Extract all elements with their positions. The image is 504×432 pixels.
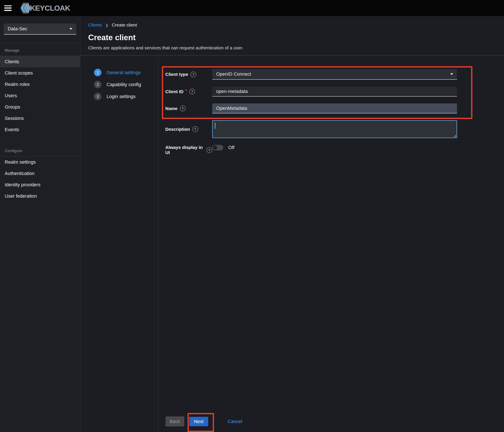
description-label: Description ? — [165, 120, 212, 138]
caret-down-icon — [450, 73, 453, 75]
client-id-input[interactable] — [212, 87, 457, 97]
name-input[interactable] — [212, 103, 457, 113]
sidebar-item-identity-providers[interactable]: Identity providers — [0, 179, 80, 190]
text-cursor — [215, 122, 215, 129]
label-text: Description — [165, 127, 190, 132]
help-icon[interactable]: ? — [189, 89, 195, 94]
sidebar-section-configure: Configure — [0, 144, 80, 156]
sidebar-item-events[interactable]: Events — [0, 124, 80, 135]
spacer — [0, 135, 80, 144]
client-id-label: Client ID * ? — [165, 87, 212, 97]
cancel-link[interactable]: Cancel — [226, 419, 243, 424]
name-row: Name ? — [165, 103, 504, 113]
sidebar-item-users[interactable]: Users — [0, 90, 80, 101]
help-icon[interactable]: ? — [192, 126, 198, 132]
masthead: KEYCLOAK — [0, 0, 504, 16]
toggle-knob — [213, 146, 217, 150]
breadcrumb-clients-link[interactable]: Clients — [88, 22, 102, 28]
help-icon[interactable]: ? — [190, 72, 196, 77]
back-button[interactable]: Back — [165, 416, 184, 426]
next-button[interactable]: Next — [189, 417, 208, 426]
sidebar-item-realm-roles[interactable]: Realm roles — [0, 79, 80, 90]
always-display-toggle[interactable] — [212, 145, 223, 150]
client-type-label: Client type ? — [165, 69, 212, 80]
keycloak-logo-icon — [20, 2, 31, 14]
step-label: Login settings — [107, 94, 136, 99]
wizard-footer: Back Next Cancel — [165, 416, 243, 426]
sidebar-item-user-federation[interactable]: User federation — [0, 190, 80, 202]
always-display-row: Always display in UI ? Off — [165, 145, 504, 155]
label-text: Client type — [165, 72, 188, 77]
step-label: General settings — [107, 70, 141, 75]
wizard: 1 General settings 2 Capability config 3… — [80, 55, 504, 432]
chevron-right-icon: ❯ — [105, 23, 108, 28]
client-type-row: Client type ? OpenID Connect — [165, 69, 504, 80]
wizard-step-general-settings[interactable]: 1 General settings — [94, 69, 158, 76]
sidebar-item-realm-settings[interactable]: Realm settings — [0, 156, 80, 168]
realm-selector[interactable]: Data-Sec — [4, 24, 76, 35]
sidebar-item-groups[interactable]: Groups — [0, 101, 80, 113]
wizard-steps-nav: 1 General settings 2 Capability config 3… — [80, 55, 158, 432]
sidebar-item-client-scopes[interactable]: Client scopes — [0, 67, 80, 79]
keycloak-logo: KEYCLOAK — [20, 2, 70, 14]
resize-handle-icon[interactable] — [453, 134, 456, 137]
name-label: Name ? — [165, 103, 212, 113]
sidebar-item-clients[interactable]: Clients — [0, 56, 80, 67]
help-icon[interactable]: ? — [207, 147, 212, 153]
label-text: Client ID — [165, 89, 183, 94]
wizard-step-capability-config[interactable]: 2 Capability config — [94, 81, 158, 88]
sidebar-section-manage: Manage — [0, 43, 80, 56]
toggle-state-text: Off — [228, 145, 234, 150]
caret-down-icon — [69, 28, 72, 30]
description-textarea[interactable] — [212, 120, 457, 138]
client-type-value: OpenID Connect — [216, 71, 251, 77]
label-text: Always display in UI — [165, 145, 204, 155]
required-asterisk: * — [185, 88, 187, 93]
sidebar-item-authentication[interactable]: Authentication — [0, 168, 80, 179]
wizard-step-login-settings[interactable]: 3 Login settings — [94, 93, 158, 100]
always-display-label: Always display in UI ? — [165, 145, 212, 155]
page-title: Create client — [88, 33, 504, 42]
sidebar-item-sessions[interactable]: Sessions — [0, 113, 80, 124]
help-icon[interactable]: ? — [180, 106, 186, 111]
step-label: Capability config — [107, 82, 141, 87]
description-row: Description ? — [165, 120, 504, 138]
step-number-badge: 1 — [94, 69, 101, 76]
general-settings-form: Client type ? OpenID Connect Client ID * — [158, 55, 504, 432]
realm-selector-value: Data-Sec — [8, 26, 27, 32]
main-content: Clients ❯ Create client Create client Cl… — [80, 16, 504, 432]
step-number-badge: 2 — [94, 81, 101, 88]
client-type-select[interactable]: OpenID Connect — [212, 69, 457, 80]
page-subtitle: Clients are applications and services th… — [88, 45, 504, 50]
sidebar: Data-Sec Manage Clients Client scopes Re… — [0, 16, 80, 432]
page-header: Clients ❯ Create client Create client Cl… — [80, 16, 504, 55]
client-id-row: Client ID * ? — [165, 87, 504, 97]
breadcrumb-current: Create client — [112, 22, 137, 28]
breadcrumb: Clients ❯ Create client — [88, 16, 504, 28]
brand-text: KEYCLOAK — [30, 4, 70, 12]
hamburger-menu-icon[interactable] — [4, 5, 11, 11]
label-text: Name — [165, 106, 178, 111]
keycloak-admin-console: KEYCLOAK Data-Sec Manage Clients Client … — [0, 0, 504, 432]
step-number-badge: 3 — [94, 93, 101, 100]
